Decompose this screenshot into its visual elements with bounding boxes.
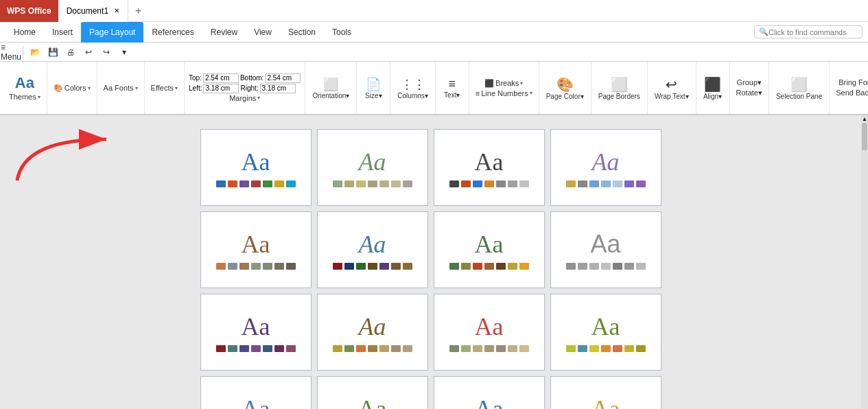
theme-card-12[interactable]: Aa	[200, 376, 312, 409]
fonts-button[interactable]: Aa Fonts ▾	[102, 83, 140, 93]
send-backward-button[interactable]: Send Backward▾	[834, 88, 868, 98]
theme-card-14[interactable]: Aa	[434, 376, 545, 409]
margins-group: Top: Bottom: Left: Right: Margins ▾	[185, 62, 305, 114]
color-swatch-6-2	[473, 263, 482, 270]
breaks-button[interactable]: ⬛ Breaks ▾	[482, 78, 525, 89]
color-swatch-5-3	[368, 263, 377, 270]
text-icon: ≡	[449, 77, 456, 91]
wrap-text-button[interactable]: ↩ Wrap Text▾	[652, 75, 692, 102]
rotate-button[interactable]: Rotate▾	[734, 88, 764, 98]
scroll-up-button[interactable]: ▲	[861, 115, 868, 122]
theme-card-11[interactable]: Aa	[550, 294, 661, 371]
bring-forward-button[interactable]: Bring Forward▾	[836, 78, 868, 88]
color-swatch-8-2	[239, 345, 249, 352]
title-bar: WPS Office Document1 ✕ +	[0, 0, 868, 22]
theme-aa-text-0: Aa	[242, 148, 270, 176]
redo-button[interactable]: ↪	[98, 44, 115, 60]
tab-references[interactable]: References	[143, 22, 202, 43]
search-input[interactable]	[769, 28, 858, 36]
tab-insert[interactable]: Insert	[44, 22, 81, 43]
margins-arrow-icon: ▾	[257, 95, 260, 101]
ribbon-tabs: Home Insert Page Layout References Revie…	[0, 22, 868, 43]
save-button[interactable]: 💾	[45, 44, 61, 60]
size-label: Size▾	[365, 92, 382, 100]
tab-home[interactable]: Home	[5, 22, 44, 43]
fonts-arrow-icon: ▾	[135, 85, 138, 91]
orientation-label: Orientation▾	[312, 92, 349, 100]
color-swatch-11-1	[578, 345, 587, 352]
open-button[interactable]: 📂	[27, 44, 43, 60]
themes-button[interactable]: Aa	[12, 74, 37, 92]
group-button[interactable]: Group▾	[734, 78, 764, 88]
color-swatch-2-6	[519, 180, 529, 187]
colors-button[interactable]: 🎨 Colors ▾	[51, 83, 93, 93]
new-tab-button[interactable]: +	[128, 0, 148, 22]
theme-card-7[interactable]: Aa	[550, 211, 661, 288]
color-swatch-2-4	[496, 180, 506, 187]
quick-access-toolbar: ≡ Menu 📂 💾 🖨 ↩ ↪ ▾	[0, 43, 868, 62]
page-borders-button[interactable]: ⬜ Page Borders	[596, 75, 643, 102]
top-margin-input[interactable]	[203, 73, 239, 83]
effects-button[interactable]: Effects ▾	[149, 83, 180, 93]
document-tab[interactable]: Document1 ✕	[58, 0, 128, 22]
size-icon: 📄	[366, 77, 381, 92]
right-label: Right:	[240, 84, 258, 92]
tab-review[interactable]: Review	[202, 22, 246, 43]
theme-color-swatches-6	[449, 263, 529, 270]
color-swatch-6-4	[496, 263, 506, 270]
print-button[interactable]: 🖨	[62, 44, 79, 60]
tab-page-layout[interactable]: Page Layout	[81, 22, 143, 43]
color-swatch-8-3	[251, 345, 261, 352]
orientation-button[interactable]: ⬜ Orientation▾	[309, 75, 352, 101]
theme-card-9[interactable]: Aa	[317, 294, 428, 371]
bottom-margin-input[interactable]	[265, 73, 301, 83]
color-swatch-2-0	[449, 180, 459, 187]
command-search[interactable]: 🔍	[754, 25, 863, 38]
tab-view[interactable]: View	[246, 22, 280, 43]
left-margin-input[interactable]	[203, 84, 239, 93]
theme-card-8[interactable]: Aa	[200, 294, 312, 371]
size-button[interactable]: 📄 Size▾	[361, 75, 386, 101]
main-area: AaAaAaAaAaAaAaAaAaAaAaAaAaAaAaAa ▲	[0, 115, 868, 409]
menu-button[interactable]: ≡ Menu	[3, 44, 19, 60]
tab-section[interactable]: Section	[280, 22, 324, 43]
effects-label: Effects	[151, 84, 174, 92]
theme-card-5[interactable]: Aa	[317, 211, 428, 288]
line-numbers-button[interactable]: ≡ Line Numbers ▾	[473, 89, 535, 98]
themes-dropdown[interactable]: Themes ▾	[7, 92, 43, 102]
page-color-button[interactable]: 🎨 Page Color▾	[543, 75, 587, 102]
scroll-thumb[interactable]	[862, 123, 867, 150]
undo-button[interactable]: ↩	[80, 44, 97, 60]
theme-card-13[interactable]: Aa	[317, 376, 428, 409]
theme-card-4[interactable]: Aa	[200, 211, 312, 288]
theme-aa-text-1: Aa	[359, 148, 386, 176]
text-button[interactable]: ≡ Text▾	[440, 75, 465, 100]
wrap-text-icon: ↩	[666, 76, 677, 93]
right-margin-input[interactable]	[260, 84, 296, 93]
search-icon: 🔍	[759, 27, 769, 36]
theme-color-swatches-11	[566, 345, 646, 352]
selection-pane-button[interactable]: ⬜ Selection Pane	[773, 75, 825, 102]
left-label: Left:	[189, 84, 202, 92]
vertical-scrollbar[interactable]: ▲	[861, 115, 868, 409]
theme-card-0[interactable]: Aa	[200, 129, 312, 206]
color-swatch-6-3	[484, 263, 494, 270]
theme-card-15[interactable]: Aa	[550, 376, 661, 409]
margins-label: Margins	[229, 94, 256, 102]
tab-close-button[interactable]: ✕	[114, 7, 119, 14]
columns-button[interactable]: ⋮⋮ Columns▾	[395, 75, 430, 101]
toolbar-more[interactable]: ▾	[116, 44, 132, 60]
margins-button[interactable]: Margins ▾	[227, 93, 262, 103]
top-label: Top:	[189, 74, 202, 82]
theme-card-10[interactable]: Aa	[434, 294, 545, 371]
tab-tools[interactable]: Tools	[324, 22, 360, 43]
theme-card-3[interactable]: Aa	[550, 129, 661, 206]
line-numbers-icon: ≡	[476, 89, 480, 97]
color-swatch-10-4	[496, 345, 506, 352]
align-button[interactable]: ⬛ Align▾	[701, 75, 725, 102]
theme-card-1[interactable]: Aa	[317, 129, 428, 206]
theme-card-2[interactable]: Aa	[434, 129, 545, 206]
color-swatch-0-3	[251, 180, 261, 187]
wps-logo[interactable]: WPS Office	[0, 0, 58, 22]
theme-card-6[interactable]: Aa	[434, 211, 545, 288]
